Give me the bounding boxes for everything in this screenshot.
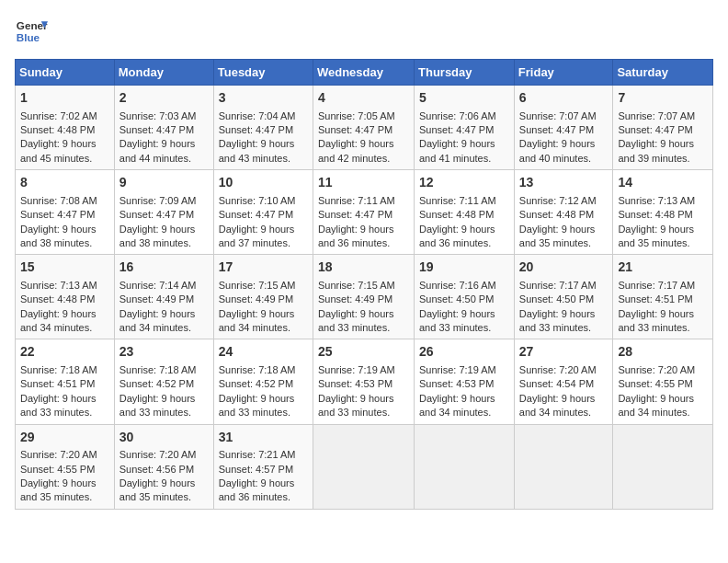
calendar-cell: 10Sunrise: 7:10 AMSunset: 4:47 PMDayligh… <box>213 170 313 255</box>
calendar-cell: 27Sunrise: 7:20 AMSunset: 4:54 PMDayligh… <box>514 339 613 424</box>
sunset-label: Sunset: 4:55 PM <box>20 464 95 475</box>
calendar-cell: 29Sunrise: 7:20 AMSunset: 4:55 PMDayligh… <box>16 424 115 509</box>
sunset-label: Sunset: 4:50 PM <box>419 293 494 304</box>
sunrise-label: Sunrise: 7:11 AM <box>318 195 395 206</box>
sunrise-label: Sunrise: 7:07 AM <box>519 110 597 121</box>
sunset-label: Sunset: 4:47 PM <box>618 124 692 135</box>
daylight-label: Daylight: 9 hours and 45 minutes. <box>20 138 97 163</box>
sunset-label: Sunset: 4:54 PM <box>519 378 594 389</box>
calendar-cell: 18Sunrise: 7:15 AMSunset: 4:49 PMDayligh… <box>313 255 414 339</box>
sunrise-label: Sunrise: 7:07 AM <box>618 110 695 121</box>
sunrise-label: Sunrise: 7:20 AM <box>519 364 597 375</box>
daylight-label: Daylight: 9 hours and 35 minutes. <box>119 477 196 502</box>
sunset-label: Sunset: 4:49 PM <box>219 293 293 304</box>
day-number: 24 <box>219 343 308 362</box>
sunset-label: Sunset: 4:47 PM <box>119 124 194 135</box>
sunset-label: Sunset: 4:49 PM <box>119 293 194 304</box>
sunset-label: Sunset: 4:47 PM <box>219 124 293 135</box>
sunset-label: Sunset: 4:51 PM <box>20 378 95 389</box>
daylight-label: Daylight: 9 hours and 33 minutes. <box>519 308 596 333</box>
day-number: 1 <box>20 89 109 108</box>
calendar-week-1: 1Sunrise: 7:02 AMSunset: 4:48 PMDaylight… <box>16 86 713 170</box>
calendar-week-3: 15Sunrise: 7:13 AMSunset: 4:48 PMDayligh… <box>16 255 713 339</box>
sunrise-label: Sunrise: 7:20 AM <box>119 449 197 460</box>
sunset-label: Sunset: 4:47 PM <box>20 209 95 220</box>
daylight-label: Daylight: 9 hours and 38 minutes. <box>20 224 97 248</box>
daylight-label: Daylight: 9 hours and 33 minutes. <box>119 393 196 418</box>
daylight-label: Daylight: 9 hours and 41 minutes. <box>419 138 495 163</box>
daylight-label: Daylight: 9 hours and 34 minutes. <box>219 308 295 333</box>
day-number: 25 <box>318 343 409 362</box>
calendar-cell: 28Sunrise: 7:20 AMSunset: 4:55 PMDayligh… <box>613 339 713 424</box>
svg-text:Blue: Blue <box>17 31 40 43</box>
sunrise-label: Sunrise: 7:13 AM <box>20 280 97 291</box>
sunrise-label: Sunrise: 7:14 AM <box>119 280 197 291</box>
day-number: 8 <box>20 174 109 192</box>
day-number: 5 <box>419 89 509 108</box>
sunrise-label: Sunrise: 7:12 AM <box>519 195 597 206</box>
sunset-label: Sunset: 4:52 PM <box>119 378 194 389</box>
calendar-cell: 14Sunrise: 7:13 AMSunset: 4:48 PMDayligh… <box>613 170 713 255</box>
day-number: 2 <box>119 89 209 108</box>
daylight-label: Daylight: 9 hours and 34 minutes. <box>519 393 596 418</box>
sunset-label: Sunset: 4:48 PM <box>519 209 594 220</box>
daylight-label: Daylight: 9 hours and 36 minutes. <box>219 477 295 502</box>
weekday-header-friday: Friday <box>514 60 613 86</box>
daylight-label: Daylight: 9 hours and 39 minutes. <box>618 138 694 163</box>
day-number: 30 <box>119 429 209 447</box>
day-number: 9 <box>119 174 209 192</box>
sunrise-label: Sunrise: 7:15 AM <box>318 280 395 291</box>
sunset-label: Sunset: 4:47 PM <box>318 124 392 135</box>
calendar-cell: 11Sunrise: 7:11 AMSunset: 4:47 PMDayligh… <box>313 170 414 255</box>
calendar-cell: 17Sunrise: 7:15 AMSunset: 4:49 PMDayligh… <box>213 255 313 339</box>
sunset-label: Sunset: 4:57 PM <box>219 464 293 475</box>
sunset-label: Sunset: 4:49 PM <box>318 293 392 304</box>
sunset-label: Sunset: 4:48 PM <box>20 293 95 304</box>
calendar-table: SundayMondayTuesdayWednesdayThursdayFrid… <box>15 59 713 510</box>
calendar-cell: 23Sunrise: 7:18 AMSunset: 4:52 PMDayligh… <box>114 339 213 424</box>
sunset-label: Sunset: 4:55 PM <box>618 378 692 389</box>
daylight-label: Daylight: 9 hours and 33 minutes. <box>618 308 694 333</box>
sunset-label: Sunset: 4:47 PM <box>318 209 392 220</box>
weekday-header-row: SundayMondayTuesdayWednesdayThursdayFrid… <box>16 60 713 86</box>
daylight-label: Daylight: 9 hours and 33 minutes. <box>318 308 394 333</box>
calendar-cell: 16Sunrise: 7:14 AMSunset: 4:49 PMDayligh… <box>114 255 213 339</box>
calendar-cell: 26Sunrise: 7:19 AMSunset: 4:53 PMDayligh… <box>415 339 515 424</box>
daylight-label: Daylight: 9 hours and 34 minutes. <box>119 308 196 333</box>
calendar-cell: 20Sunrise: 7:17 AMSunset: 4:50 PMDayligh… <box>514 255 613 339</box>
day-number: 21 <box>618 259 708 277</box>
sunset-label: Sunset: 4:47 PM <box>119 209 194 220</box>
daylight-label: Daylight: 9 hours and 36 minutes. <box>419 224 495 248</box>
day-number: 13 <box>519 174 609 192</box>
calendar-cell: 2Sunrise: 7:03 AMSunset: 4:47 PMDaylight… <box>114 86 213 170</box>
sunset-label: Sunset: 4:48 PM <box>419 209 494 220</box>
sunset-label: Sunset: 4:51 PM <box>618 293 692 304</box>
calendar-week-2: 8Sunrise: 7:08 AMSunset: 4:47 PMDaylight… <box>16 170 713 255</box>
sunrise-label: Sunrise: 7:17 AM <box>519 280 597 291</box>
sunrise-label: Sunrise: 7:02 AM <box>20 110 97 121</box>
day-number: 28 <box>618 343 708 362</box>
sunset-label: Sunset: 4:48 PM <box>618 209 692 220</box>
sunrise-label: Sunrise: 7:21 AM <box>219 449 296 460</box>
sunrise-label: Sunrise: 7:19 AM <box>318 364 395 375</box>
sunrise-label: Sunrise: 7:05 AM <box>318 110 395 121</box>
day-number: 26 <box>419 343 509 362</box>
daylight-label: Daylight: 9 hours and 33 minutes. <box>419 308 495 333</box>
day-number: 11 <box>318 174 409 192</box>
day-number: 18 <box>318 259 409 277</box>
sunrise-label: Sunrise: 7:09 AM <box>119 195 197 206</box>
weekday-header-monday: Monday <box>114 60 213 86</box>
calendar-cell: 31Sunrise: 7:21 AMSunset: 4:57 PMDayligh… <box>213 424 313 509</box>
calendar-cell: 6Sunrise: 7:07 AMSunset: 4:47 PMDaylight… <box>514 86 613 170</box>
weekday-header-saturday: Saturday <box>613 60 713 86</box>
day-number: 27 <box>519 343 609 362</box>
daylight-label: Daylight: 9 hours and 38 minutes. <box>119 224 196 248</box>
calendar-cell: 5Sunrise: 7:06 AMSunset: 4:47 PMDaylight… <box>415 86 515 170</box>
sunrise-label: Sunrise: 7:13 AM <box>618 195 695 206</box>
weekday-header-thursday: Thursday <box>415 60 515 86</box>
calendar-cell <box>514 424 613 509</box>
sunrise-label: Sunrise: 7:06 AM <box>419 110 496 121</box>
daylight-label: Daylight: 9 hours and 35 minutes. <box>20 477 97 502</box>
sunrise-label: Sunrise: 7:10 AM <box>219 195 296 206</box>
daylight-label: Daylight: 9 hours and 40 minutes. <box>519 138 596 163</box>
